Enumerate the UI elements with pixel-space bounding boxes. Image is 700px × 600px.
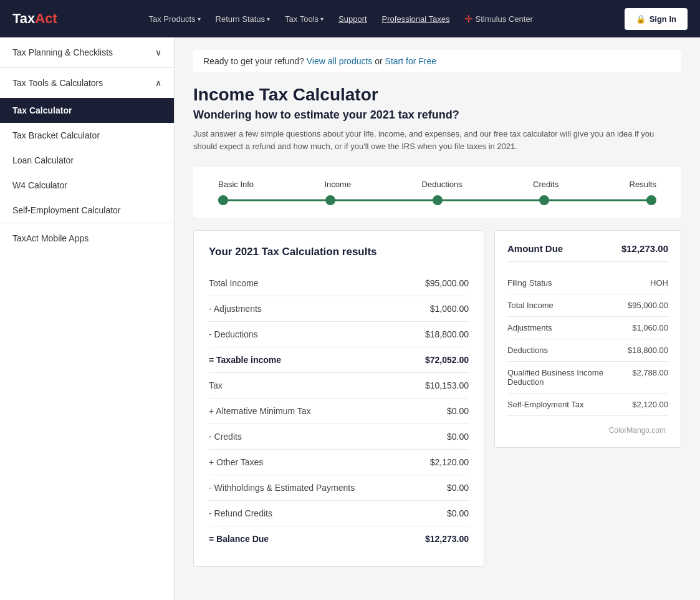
summary-amount-qbi: $2,788.00 [632,368,668,377]
step-label-basic-info: Basic Info [218,180,254,189]
summary-label-self-employment-tax: Self-Employment Tax [507,400,626,409]
summary-amount-adjustments: $1,060.00 [632,323,668,332]
calc-row-deductions: - Deductions $18,800.00 [209,322,469,347]
calc-amount-total-income: $95,000.00 [425,278,469,288]
refund-bar: Ready to get your refund? View all produ… [193,50,681,72]
sidebar-section-header-planning[interactable]: Tax Planning & Checklists ∨ [0,37,174,67]
nav-tax-tools[interactable]: Tax Tools ▾ [279,9,330,29]
start-for-free-link[interactable]: Start for Free [385,56,436,66]
calc-row-taxable-income: = Taxable income $72,052.00 [209,347,469,373]
summary-row-adjustments: Adjustments $1,060.00 [507,317,668,339]
results-container: Your 2021 Tax Calculation results Total … [193,230,681,567]
summary-label-qbi: Qualified Business Income Deduction [507,368,626,387]
calc-amount-tax: $10,153.00 [425,380,469,390]
summary-label-total-income: Total Income [507,301,621,310]
step-results[interactable] [646,195,656,205]
summary-amount-due-label: Amount Due [507,243,563,254]
chevron-down-icon: ▾ [198,16,201,22]
step-dot-results [646,195,656,205]
step-label-income: Income [325,180,352,189]
summary-amount-deductions: $18,800.00 [628,346,668,355]
sidebar-item-loan-calculator[interactable]: Loan Calculator [0,148,174,173]
calc-label-amt: + Alternative Minimum Tax [209,406,311,416]
header: TaxAct Tax Products ▾ Return Status ▾ Ta… [0,0,700,37]
sidebar-section-tools: Tax Tools & Calculators ∧ Tax Calculator… [0,68,174,223]
calc-label-adjustments: - Adjustments [209,304,262,314]
summary-row-total-income: Total Income $95,000.00 [507,294,668,317]
step-label-deductions: Deductions [422,180,463,189]
logo[interactable]: TaxAct [12,11,57,27]
chevron-down-icon: ∨ [155,47,161,57]
nav-professional-taxes[interactable]: Professional Taxes [376,9,456,29]
summary-label-deductions: Deductions [507,346,621,355]
logo-tax: Tax [12,11,35,27]
nav-support[interactable]: Support [332,9,373,29]
sidebar-item-tax-bracket-calculator[interactable]: Tax Bracket Calculator [0,123,174,148]
calc-label-total-income: Total Income [209,278,258,288]
page-description: Just answer a few simple questions about… [193,128,679,152]
summary-amount-total-income: $95,000.00 [628,301,668,310]
calc-row-tax: Tax $10,153.00 [209,373,469,399]
sidebar-section-planning: Tax Planning & Checklists ∨ [0,37,174,68]
view-all-products-link[interactable]: View all products [307,56,373,66]
calc-amount-other-taxes: $2,120.00 [430,457,469,467]
calc-row-withholdings: - Withholdings & Estimated Payments $0.0… [209,475,469,501]
main-content: Ready to get your refund? View all produ… [175,37,700,600]
calc-card-title: Your 2021 Tax Calculation results [209,246,469,258]
sign-in-button[interactable]: 🔒 Sign In [625,8,688,30]
step-income[interactable] [325,195,335,205]
summary-row-filing-status: Filing Status HOH [507,272,668,294]
lock-icon: 🔒 [636,14,646,24]
summary-amount-filing-status: HOH [650,278,668,288]
calc-row-credits: - Credits $0.00 [209,424,469,450]
calc-amount-adjustments: $1,060.00 [430,304,469,314]
calc-amount-credits: $0.00 [447,432,469,442]
step-label-credits: Credits [533,180,559,189]
calc-amount-refund-credits: $0.00 [447,508,469,518]
step-deductions[interactable] [433,195,443,205]
calc-row-adjustments: - Adjustments $1,060.00 [209,296,469,322]
summary-row-deductions: Deductions $18,800.00 [507,339,668,362]
calc-label-credits: - Credits [209,432,242,442]
sidebar-item-mobile-apps[interactable]: TaxAct Mobile Apps [0,223,174,253]
sidebar-item-self-employment-calculator[interactable]: Self-Employment Calculator [0,198,174,223]
calc-row-total-income: Total Income $95,000.00 [209,271,469,296]
calc-amount-deductions: $18,800.00 [425,329,469,339]
calc-label-withholdings: - Withholdings & Estimated Payments [209,483,355,493]
step-labels-row: Basic Info Income Deductions Credits Res… [218,180,656,189]
progress-steps [218,195,656,205]
sidebar: Tax Planning & Checklists ∨ Tax Tools & … [0,37,175,600]
summary-label-adjustments: Adjustments [507,323,626,332]
step-credits[interactable] [539,195,549,205]
sidebar-section-header-tools[interactable]: Tax Tools & Calculators ∧ [0,68,174,98]
nav-stimulus-center[interactable]: ✛ Stimulus Center [458,8,539,30]
calc-label-taxable-income: = Taxable income [209,355,281,365]
sidebar-item-tax-calculator[interactable]: Tax Calculator [0,98,174,123]
chevron-down-icon: ▾ [320,16,324,22]
step-basic-info[interactable] [218,195,228,205]
calc-row-other-taxes: + Other Taxes $2,120.00 [209,450,469,475]
nav-return-status[interactable]: Return Status ▾ [209,9,277,29]
summary-card: Amount Due $12,273.00 Filing Status HOH … [494,230,681,448]
summary-label-filing-status: Filing Status [507,278,644,288]
stimulus-icon: ✛ [464,13,472,25]
progress-track [218,195,656,205]
calculation-card: Your 2021 Tax Calculation results Total … [193,230,484,567]
summary-row-qbi: Qualified Business Income Deduction $2,7… [507,362,668,394]
calc-amount-taxable-income: $72,052.00 [425,355,469,365]
summary-row-self-employment-tax: Self-Employment Tax $2,120.00 [507,394,668,416]
main-nav: Tax Products ▾ Return Status ▾ Tax Tools… [142,8,539,30]
layout: Tax Planning & Checklists ∨ Tax Tools & … [0,37,700,600]
calc-label-deductions: - Deductions [209,329,258,339]
nav-tax-products[interactable]: Tax Products ▾ [142,9,206,29]
summary-header: Amount Due $12,273.00 [507,243,668,262]
logo-act: Act [35,11,57,27]
calc-row-balance-due: = Balance Due $12,273.00 [209,526,469,551]
sidebar-item-w4-calculator[interactable]: W4 Calculator [0,173,174,198]
step-label-results: Results [630,180,656,189]
calc-row-amt: + Alternative Minimum Tax $0.00 [209,399,469,424]
step-dot-credits [539,195,549,205]
calc-amount-amt: $0.00 [447,406,469,416]
calc-amount-withholdings: $0.00 [447,483,469,493]
step-dot-income [325,195,335,205]
